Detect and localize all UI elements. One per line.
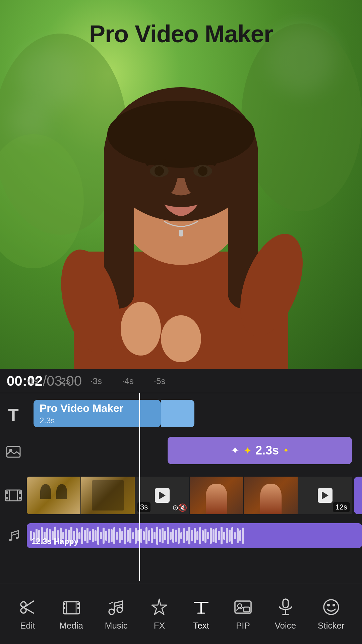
effect-track-row: ✦ ✦ 2.3s ✦ [0,433,362,470]
effect-track-content[interactable]: ✦ ✦ 2.3s ✦ [27,437,362,467]
waveform-bar [234,532,236,539]
video-thumb-3[interactable] [190,477,243,514]
video-track-icon [0,487,27,504]
waveform-bar [191,530,193,541]
svg-rect-24 [5,497,8,499]
video-thumb-1[interactable] [27,477,80,514]
waveform-bar [124,527,126,544]
waveform-bar [143,531,145,540]
waveform-bar [231,527,233,544]
waveform-bar [164,531,166,540]
waveform-bar [148,530,150,541]
svg-rect-43 [244,607,250,612]
svg-rect-34 [63,603,65,605]
svg-rect-35 [63,607,65,609]
text-clip-main[interactable]: Pro Video Maker 2.3s [34,400,161,427]
effect-duration: 2.3s [255,443,279,458]
waveform-bar [218,531,220,540]
waveform-bar [97,527,99,545]
waveform-bar [89,531,91,540]
waveform-bar [103,528,105,544]
toolbar-item-edit[interactable]: Edit [13,594,42,634]
waveform-bar [199,527,201,544]
waveform-bar [81,527,83,544]
waveform-bar [194,528,196,543]
waveform-bar [156,527,158,545]
video-thumb-cut-1[interactable]: 3s ⊙ 🔇 [135,477,189,514]
sticker-label: Sticker [318,621,344,631]
time-mark-4s: ·4s [122,376,134,386]
sparkle-icon-2: ✦ [244,445,251,456]
svg-rect-33 [63,602,79,614]
edit-label: Edit [20,621,35,631]
waveform-bar [178,528,180,544]
muted-icon-1: 🔇 [178,503,187,512]
audio-track-content[interactable]: 12.3s Happy [27,523,362,548]
waveform-bar [119,528,121,543]
effect-track-icon [0,444,27,460]
svg-point-41 [117,607,122,612]
svg-point-48 [324,600,339,614]
waveform-bar [202,530,204,541]
waveform-bar [159,529,161,542]
waveform-bar [92,529,94,542]
waveform-bar [172,529,174,543]
waveform-bar [210,528,212,544]
waveform-bar [183,528,185,543]
waveform-bar [188,527,190,544]
video-preview: Pro Video Maker [0,0,362,369]
waveform-bar [132,532,134,539]
waveform-bar [105,531,107,541]
svg-rect-25 [19,491,21,494]
toolbar-item-text[interactable]: Text [187,594,215,634]
voice-icon [276,597,296,617]
text-toolbar-icon [191,597,211,617]
time-ruler: ·1s ·2s ·3s ·4s ·5s [27,376,362,386]
text-track-icon: T [0,405,27,425]
video-track-content[interactable]: 3s ⊙ 🔇 12s [27,474,362,517]
waveform-bar [226,528,228,543]
sparkle-icon: ✦ [231,444,240,457]
audio-track-icon [0,528,27,543]
waveform-bar [151,528,153,543]
toolbar-item-voice[interactable]: Voice [271,594,300,634]
video-thumb-4[interactable] [244,477,298,514]
waveform-bar [167,527,169,544]
cut-icon-1 [155,488,170,503]
svg-point-18 [121,302,161,356]
settings-icon-1: ⊙ [172,503,178,512]
toolbar-item-sticker[interactable]: Sticker [314,594,348,634]
effect-clip-main[interactable]: ✦ ✦ 2.3s ✦ [168,437,352,464]
fx-icon [149,597,169,617]
timeline-section: 00:02 /03:00 ·1s ·2s ·3s ·4s ·5s T Pro V… [0,369,362,644]
time-bar: 00:02 /03:00 ·1s ·2s ·3s ·4s ·5s [0,369,362,393]
toolbar-item-fx[interactable]: FX [145,594,173,634]
pip-icon [233,597,253,617]
svg-line-31 [25,601,34,606]
waveform-bar [113,527,115,544]
text-track-clips: Pro Video Maker 2.3s [27,400,362,430]
fx-label: FX [154,621,165,631]
video-thumb-2[interactable] [81,477,135,514]
waveform-bar [116,532,118,540]
add-video-button[interactable]: + [354,477,362,514]
text-track-content[interactable]: Pro Video Maker 2.3s [27,400,362,430]
effect-clips: ✦ ✦ 2.3s ✦ [27,437,362,467]
segment-duration-2: 12s [333,502,350,512]
video-thumb-cut-2[interactable]: 12s [298,477,352,514]
app-title: Pro Video Maker [0,20,362,48]
time-mark-5s: ·5s [154,376,166,386]
waveform-bar [204,529,206,543]
text-clip-extend[interactable] [161,400,194,427]
toolbar-item-music[interactable]: Music [101,594,132,634]
waveform-bar [162,528,164,543]
svg-rect-45 [283,599,288,608]
svg-point-50 [333,604,335,606]
toolbar-item-pip[interactable]: PIP [229,594,257,634]
toolbar-item-media[interactable]: Media [55,594,87,634]
svg-point-13 [155,166,164,176]
waveform-bar [223,532,225,540]
waveform-bar [84,530,86,541]
text-clip-title: Pro Video Maker [40,402,155,415]
waveform-bar [229,530,231,542]
